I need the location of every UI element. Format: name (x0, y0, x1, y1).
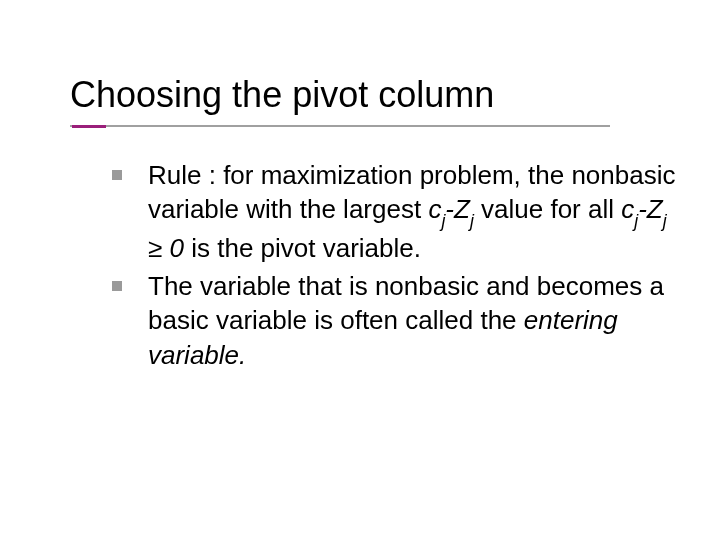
math-geq: ≥ (148, 233, 170, 263)
square-bullet-icon (112, 170, 122, 180)
math-dash1: - (445, 194, 454, 224)
math-sub-j4: j (663, 211, 667, 231)
math-c1: c (428, 194, 441, 224)
slide-title: Choosing the pivot column (70, 75, 680, 115)
bullet-item-2: The variable that is nonbasic and become… (112, 269, 680, 372)
bullet1-mid: value for all (474, 194, 621, 224)
bullet-item-1: Rule : for maximization problem, the non… (112, 158, 680, 265)
math-Z2: Z (647, 194, 663, 224)
square-bullet-icon (112, 281, 122, 291)
math-sub-j2: j (470, 211, 474, 231)
title-block: Choosing the pivot column (70, 75, 680, 127)
title-underline (70, 125, 610, 127)
slide: Choosing the pivot column Rule : for max… (0, 0, 720, 540)
bullet1-post: is the pivot variable. (184, 233, 421, 263)
math-zero: 0 (170, 233, 184, 263)
accent-bar (72, 125, 106, 128)
math-sub-j1: j (441, 211, 445, 231)
math-c2: c (621, 194, 634, 224)
math-Z1: Z (454, 194, 470, 224)
body-text: Rule : for maximization problem, the non… (112, 158, 680, 376)
math-sub-j3: j (634, 211, 638, 231)
math-dash2: - (638, 194, 647, 224)
